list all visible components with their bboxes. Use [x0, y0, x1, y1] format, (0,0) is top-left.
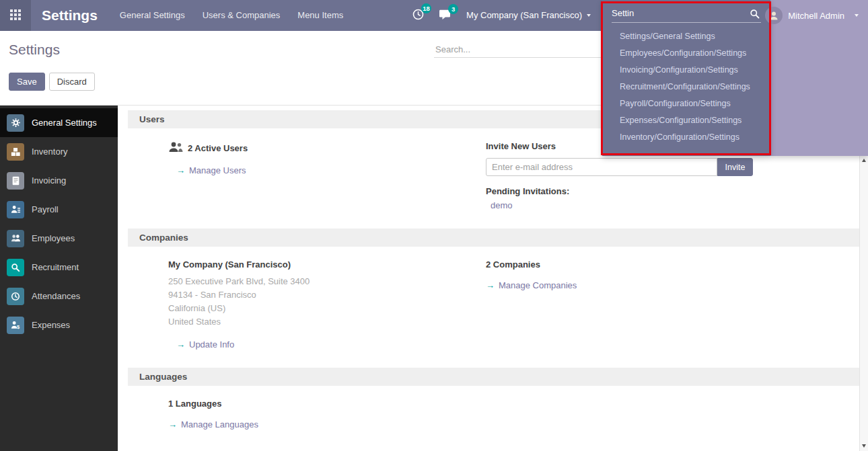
sidebar-item-label: Employees	[32, 233, 75, 243]
page-title: Settings	[9, 42, 60, 58]
invoice-icon	[7, 172, 24, 190]
sidebar-item-label: Inventory	[32, 147, 67, 157]
sidebar-item-payroll[interactable]: Payroll	[0, 195, 118, 224]
company-switcher[interactable]: My Company (San Francisco)	[458, 0, 599, 31]
settings-sidebar: General Settings Inventory Invoicing Pay…	[0, 106, 118, 451]
active-users-count: 2 Active Users	[188, 143, 248, 153]
sidebar-item-label: Recruitment	[32, 262, 79, 272]
menu-users-companies[interactable]: Users & Companies	[194, 0, 289, 31]
manage-languages-link[interactable]: →Manage Languages	[168, 419, 486, 429]
pending-invitations-label: Pending Invitations:	[486, 186, 859, 196]
menu-search-result[interactable]: Recruitment/Configuration/Settings	[602, 78, 770, 95]
arrow-right-icon: →	[176, 339, 185, 350]
sidebar-item-label: Expenses	[32, 320, 70, 330]
address-line: California (US)	[168, 302, 486, 315]
address-line: United States	[168, 315, 486, 329]
app-title: Settings	[31, 7, 111, 24]
user-name: Mitchell Admin	[788, 11, 844, 21]
menu-search-results: Settings/General Settings Employees/Conf…	[602, 23, 770, 145]
caret-down-icon	[855, 14, 859, 17]
section-header-companies: Companies	[128, 229, 859, 247]
sidebar-item-label: General Settings	[32, 118, 97, 128]
menu-search-result[interactable]: Invoicing/Configuration/Settings	[602, 61, 770, 78]
app-menu: General Settings Users & Companies Menu …	[111, 0, 352, 31]
sidebar-item-invoicing[interactable]: Invoicing	[0, 166, 118, 195]
discard-button[interactable]: Discard	[49, 73, 95, 91]
recruitment-icon	[7, 259, 24, 276]
languages-count: 1 Languages	[168, 399, 486, 409]
expenses-icon: $	[7, 317, 24, 334]
user-menu[interactable]: Mitchell Admin	[765, 0, 868, 31]
section-header-languages: Languages	[128, 368, 859, 386]
update-info-link[interactable]: →Update Info	[176, 339, 486, 350]
menu-search-result[interactable]: Expenses/Configuration/Settings	[602, 112, 770, 128]
pending-user-link[interactable]: demo	[491, 200, 859, 210]
systray: 18 3 My Company (San Francisco)	[405, 0, 599, 31]
menu-search-result[interactable]: Payroll/Configuration/Settings	[602, 95, 770, 112]
user-avatar	[765, 7, 783, 24]
sidebar-item-attendances[interactable]: Attendances	[0, 282, 118, 311]
company-name: My Company (San Francisco)	[168, 259, 486, 270]
payroll-icon	[7, 201, 24, 218]
sidebar-item-label: Attendances	[32, 291, 80, 301]
menu-search-result[interactable]: Inventory/Configuration/Settings	[602, 128, 770, 145]
svg-text:$: $	[16, 324, 20, 330]
message-count-badge: 3	[448, 4, 458, 14]
scroll-down-icon[interactable]	[862, 444, 866, 448]
manage-users-link[interactable]: →Manage Users	[176, 165, 486, 175]
save-button[interactable]: Save	[9, 73, 45, 91]
sidebar-item-label: Payroll	[32, 204, 59, 214]
menu-menu-items[interactable]: Menu Items	[289, 0, 352, 31]
apps-menu-button[interactable]	[0, 0, 31, 31]
languages-section: 1 Languages →Manage Languages	[118, 386, 859, 443]
company-switcher-label: My Company (San Francisco)	[466, 0, 582, 31]
address-line: 94134 - San Francisco	[168, 288, 486, 302]
caret-down-icon	[587, 14, 591, 17]
sidebar-item-general-settings[interactable]: General Settings	[0, 108, 118, 137]
sidebar-item-expenses[interactable]: $ Expenses	[0, 311, 118, 339]
form-buttons: Save Discard	[9, 73, 95, 91]
menu-general-settings[interactable]: General Settings	[111, 0, 194, 31]
arrow-right-icon: →	[168, 419, 177, 429]
sidebar-item-label: Invoicing	[32, 175, 66, 186]
arrow-right-icon: →	[486, 280, 495, 290]
company-address: 250 Executive Park Blvd, Suite 3400 9413…	[168, 275, 486, 329]
boxes-icon	[7, 143, 24, 161]
users-group-icon	[168, 141, 183, 155]
scroll-up-icon[interactable]	[862, 159, 866, 162]
sidebar-item-employees[interactable]: Employees	[0, 224, 118, 253]
companies-section: My Company (San Francisco) 250 Executive…	[118, 247, 859, 363]
address-line: 250 Executive Park Blvd, Suite 3400	[168, 275, 486, 288]
activity-count-badge: 18	[421, 3, 431, 13]
manage-users-label: Manage Users	[189, 165, 246, 175]
attendance-icon	[7, 288, 24, 305]
invite-button[interactable]: Invite	[717, 158, 753, 176]
update-info-label: Update Info	[189, 339, 234, 350]
apps-grid-icon	[10, 9, 21, 22]
manage-companies-link[interactable]: →Manage Companies	[486, 280, 859, 290]
settings-content: Users 2 Active Users →Manage Users Invit…	[118, 106, 859, 451]
arrow-right-icon: →	[176, 165, 185, 175]
companies-count: 2 Companies	[486, 259, 859, 270]
menu-search-input[interactable]	[612, 6, 761, 23]
employees-icon	[7, 230, 24, 247]
menu-search-result[interactable]: Settings/General Settings	[602, 28, 770, 44]
activities-button[interactable]: 18	[405, 3, 431, 28]
sidebar-item-inventory[interactable]: Inventory	[0, 137, 118, 166]
menu-search-result[interactable]: Employees/Configuration/Settings	[602, 44, 770, 61]
menu-search-dropdown: Settings/General Settings Employees/Conf…	[602, 0, 770, 156]
manage-companies-label: Manage Companies	[499, 280, 577, 290]
invite-email-input[interactable]	[486, 158, 717, 176]
sidebar-item-recruitment[interactable]: Recruitment	[0, 253, 118, 282]
messages-button[interactable]: 3	[431, 4, 458, 28]
gear-icon	[7, 114, 24, 132]
manage-languages-label: Manage Languages	[181, 419, 258, 429]
